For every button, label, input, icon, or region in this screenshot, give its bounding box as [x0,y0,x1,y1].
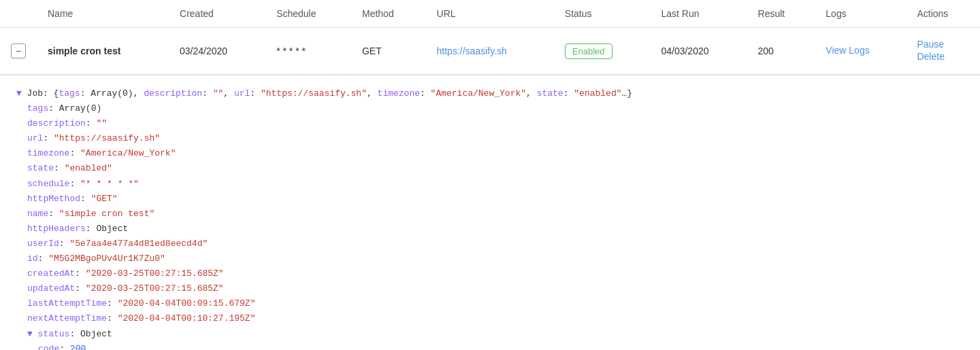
field-id: id: "M5G2MBgoPUv4Ur1K7Zu0" [16,251,964,266]
logs-cell: View Logs [815,28,906,75]
col-last-run: Last Run [650,0,747,28]
summary-line: ▼ Job: {tags: Array(0), description: "",… [16,86,964,101]
method-cell: GET [351,28,426,75]
col-created: Created [169,0,265,28]
field-tags: tags: Array(0) [16,101,964,116]
url-cell: https://saasify.sh [426,28,554,75]
method-value: GET [362,46,382,56]
table-row: − simple cron test 03/24/2020 * * * * * … [0,28,980,75]
field-state: state: "enabled" [16,161,964,176]
job-name: simple cron test [48,46,120,56]
status-cell: Enabled [554,28,651,75]
detail-panel: ▼ Job: {tags: Array(0), description: "",… [0,75,980,350]
field-user-id: userId: "5e7aa4e477a4d81ed8eecd4d" [16,237,964,251]
result-value: 200 [758,46,774,56]
pause-button[interactable]: Pause [917,39,969,50]
field-url: url: "https://saasify.sh" [16,131,964,146]
field-http-method: httpMethod: "GET" [16,192,964,207]
expand-button[interactable]: − [11,43,26,58]
result-cell: 200 [747,28,815,75]
col-schedule: Schedule [265,0,351,28]
name-cell: simple cron test [37,28,169,75]
col-name: Name [37,0,169,28]
status-header-line: ▼ status: Object [16,327,964,342]
delete-button[interactable]: Delete [917,51,969,62]
summary-triangle: ▼ [16,88,27,99]
field-description: description: "" [16,116,964,131]
field-last-attempt-time: lastAttemptTime: "2020-04-04T00:09:15.67… [16,296,964,311]
expand-cell: − [0,28,37,75]
created-date: 03/24/2020 [180,46,227,56]
last-run-cell: 04/03/2020 [650,28,747,75]
schedule-value: * * * * * [276,46,306,56]
schedule-cell: * * * * * [265,28,351,75]
field-http-headers: httpHeaders: Object [16,222,964,237]
status-code-line: code: 200 [16,342,964,350]
col-expand [0,0,37,28]
col-result: Result [747,0,815,28]
created-cell: 03/24/2020 [169,28,265,75]
table-header-row: Name Created Schedule Method URL Status … [0,0,980,28]
field-next-attempt-time: nextAttemptTime: "2020-04-04T00:10:27.19… [16,311,964,326]
field-timezone: timezone: "America/New_York" [16,146,964,161]
field-created-at: createdAt: "2020-03-25T00:27:15.685Z" [16,266,964,281]
field-schedule: schedule: "* * * * *" [16,177,964,192]
field-name: name: "simple cron test" [16,207,964,222]
actions-cell: Pause Delete [906,28,980,75]
col-url: URL [426,0,554,28]
col-actions: Actions [906,0,980,28]
summary-job-label: Job: { [27,88,59,99]
status-badge: Enabled [565,43,612,59]
col-method: Method [351,0,426,28]
col-logs: Logs [815,0,906,28]
field-updated-at: updatedAt: "2020-03-25T00:27:15.685Z" [16,281,964,296]
cron-jobs-table: Name Created Schedule Method URL Status … [0,0,980,75]
col-status: Status [554,0,651,28]
view-logs-link[interactable]: View Logs [826,45,895,56]
summary-tags-key: tags [59,88,80,99]
url-link[interactable]: https://saasify.sh [437,46,507,56]
last-run-date: 04/03/2020 [661,46,708,56]
